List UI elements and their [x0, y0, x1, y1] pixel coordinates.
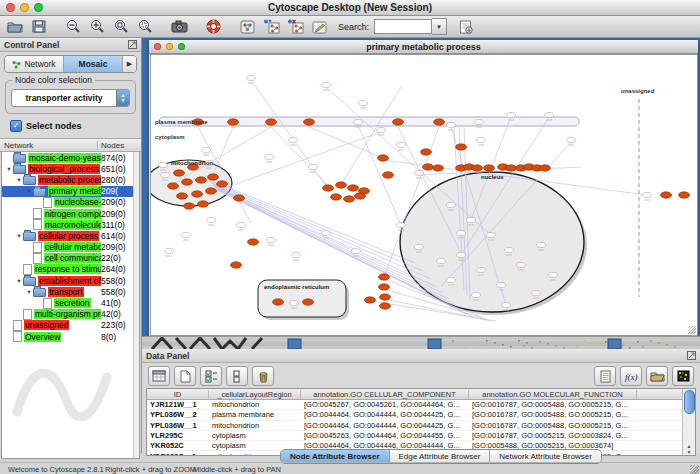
network-node[interactable] — [643, 193, 652, 198]
expander-icon[interactable]: ▼ — [25, 289, 33, 295]
table-row[interactable]: YLR295Ccytoplasm[GO:0045263, GO:0044464,… — [147, 431, 682, 441]
tree-row[interactable]: response to stimulu264(0) — [2, 264, 139, 275]
network-node-selected[interactable] — [348, 185, 359, 191]
network-node[interactable] — [447, 278, 456, 283]
network-node-selected[interactable] — [344, 196, 355, 202]
network-node-selected[interactable] — [380, 303, 391, 309]
delete-attribute-icon[interactable] — [252, 366, 274, 386]
network-view-titlebar[interactable]: primary metabolic process — [149, 40, 698, 54]
network-node[interactable] — [165, 249, 174, 254]
heatmap-icon[interactable] — [672, 366, 694, 386]
network-node-selected[interactable] — [383, 172, 394, 178]
network-node[interactable] — [567, 138, 576, 143]
column-id[interactable]: ID — [147, 390, 209, 399]
tree-row[interactable]: ▼cellular process614(0) — [2, 230, 139, 241]
network-node-selected[interactable] — [379, 274, 390, 280]
network-node[interactable] — [537, 243, 546, 248]
network-node[interactable] — [397, 223, 406, 228]
network-node-selected[interactable] — [174, 170, 185, 176]
canvas-resize-grip[interactable] — [688, 326, 696, 334]
network-node-selected[interactable] — [266, 119, 277, 125]
save-session-icon[interactable] — [28, 18, 50, 36]
network-node-selected[interactable] — [182, 179, 193, 185]
expander-icon[interactable]: ▼ — [15, 278, 23, 284]
select-attributes-icon[interactable] — [200, 366, 222, 386]
expander-icon[interactable]: ▼ — [5, 166, 13, 172]
network-node[interactable] — [447, 123, 456, 128]
column-molecular-function[interactable]: annotation.GO MOLECULAR_FUNCTION — [469, 390, 637, 399]
column-region[interactable]: _cellularLayoutRegion — [209, 390, 301, 399]
network-node-selected[interactable] — [472, 165, 483, 171]
network-node[interactable] — [487, 233, 496, 238]
network-node-selected[interactable] — [423, 164, 434, 170]
tree-row[interactable]: multi-organism pro42(0) — [2, 309, 139, 320]
network-node[interactable] — [477, 138, 486, 143]
network-node[interactable] — [377, 128, 386, 133]
column-cellular-component[interactable]: annotation.GO CELLULAR_COMPONENT — [301, 390, 469, 399]
network-node-selected[interactable] — [273, 299, 284, 305]
zoom-out-icon[interactable] — [62, 18, 84, 36]
network-node[interactable] — [292, 253, 301, 258]
network-node[interactable] — [354, 120, 363, 125]
tab-mosaic[interactable]: Mosaic — [64, 56, 123, 72]
tree-row[interactable]: macromolecule311(0) — [2, 219, 139, 230]
network-node[interactable] — [159, 163, 168, 168]
tab-network[interactable]: Network — [5, 56, 64, 72]
network-node-selected[interactable] — [365, 297, 376, 303]
network-node[interactable] — [415, 245, 424, 250]
network-node[interactable] — [322, 231, 331, 236]
tree-row[interactable]: cell communicat22(0) — [2, 253, 139, 264]
network-node-selected[interactable] — [168, 183, 179, 189]
table-scrollbar[interactable]: ▲▼ — [682, 389, 695, 455]
network-node-selected[interactable] — [192, 191, 203, 197]
network-node[interactable] — [161, 173, 170, 178]
network-node[interactable] — [475, 120, 484, 125]
expander-icon[interactable]: ▼ — [15, 177, 23, 183]
network-node-selected[interactable] — [217, 181, 228, 187]
network-node[interactable] — [207, 218, 216, 223]
export-image-icon[interactable] — [168, 18, 190, 36]
network-node[interactable] — [517, 263, 526, 268]
tree-row[interactable]: ▼metabolic process280(0) — [2, 174, 139, 185]
network-node-selected[interactable] — [378, 155, 389, 161]
open-session-icon[interactable] — [4, 18, 26, 36]
network-node[interactable] — [247, 76, 256, 81]
network-node-selected[interactable] — [231, 262, 242, 268]
network-node-selected[interactable] — [331, 194, 342, 200]
network-node-selected[interactable] — [421, 149, 432, 155]
network-node[interactable] — [507, 113, 516, 118]
network-node-selected[interactable] — [206, 188, 217, 194]
destroy-network-icon[interactable] — [284, 18, 306, 36]
tree-row[interactable]: ▼biological_process651(0) — [2, 163, 139, 174]
table-row[interactable]: YPL036W__2plasma membrane[GO:0044464, GO… — [147, 410, 682, 420]
network-node-selected[interactable] — [679, 192, 690, 198]
network-node-selected[interactable] — [228, 119, 239, 125]
network-node[interactable] — [502, 303, 511, 308]
expander-icon[interactable]: ▼ — [15, 233, 23, 239]
tree-row[interactable]: ▼primary metabo209( — [2, 186, 139, 197]
new-attribute-icon[interactable] — [174, 366, 196, 386]
network-node[interactable] — [415, 171, 424, 176]
network-node-selected[interactable] — [540, 165, 551, 171]
import-attributes-icon[interactable] — [646, 366, 668, 386]
annotation-icon[interactable] — [308, 18, 330, 36]
network-node[interactable] — [237, 223, 246, 228]
network-node[interactable] — [477, 268, 486, 273]
network-node[interactable] — [457, 253, 466, 258]
network-node[interactable] — [322, 83, 331, 88]
tree-row[interactable]: mosaic-demo-yeast874(0) — [2, 152, 139, 163]
node-color-dropdown[interactable]: transporter activity ▲▼ — [11, 89, 130, 107]
network-node-selected[interactable] — [177, 193, 188, 199]
expander-icon[interactable]: ▼ — [25, 188, 33, 194]
float-data-panel-icon[interactable] — [687, 351, 696, 360]
network-node-selected[interactable] — [336, 182, 347, 188]
search-input[interactable] — [374, 19, 432, 34]
network-node[interactable] — [290, 301, 299, 306]
create-network-icon[interactable] — [260, 18, 282, 36]
network-node[interactable] — [467, 218, 476, 223]
float-panel-icon[interactable] — [128, 40, 137, 49]
zoom-fit-icon[interactable] — [110, 18, 132, 36]
network-node-selected[interactable] — [248, 239, 259, 245]
network-node-selected[interactable] — [208, 174, 219, 180]
table-row[interactable]: YJR121W__1mitochondrion[GO:0045267, GO:0… — [147, 400, 682, 410]
